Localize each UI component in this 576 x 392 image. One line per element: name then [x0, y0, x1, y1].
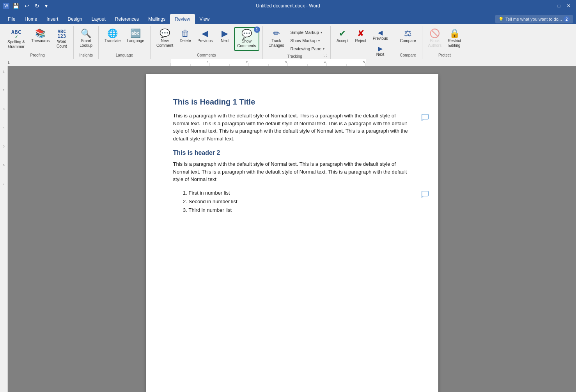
save-button[interactable]: 💾: [11, 2, 21, 10]
previous-comment-button[interactable]: ◀ Previous: [195, 27, 215, 45]
tab-home[interactable]: Home: [20, 14, 42, 24]
compare-group-label: Compare: [397, 52, 419, 59]
translate-label: Translate: [105, 39, 121, 43]
ribbon-panel: ABC ✓ Spelling &Grammar 📚 Thesaurus ABC …: [0, 24, 576, 59]
list-item-2: Second in number list: [189, 197, 411, 206]
word-count-button[interactable]: ABC 123 WordCount: [53, 27, 70, 51]
reviewing-pane-arrow: ▾: [323, 47, 324, 51]
proofing-group-label: Proofing: [5, 52, 70, 59]
tab-file[interactable]: File: [3, 14, 20, 24]
thesaurus-label: Thesaurus: [31, 39, 50, 43]
block-authors-label: BlockAuthors: [428, 39, 441, 48]
vertical-ruler: 1 2 3 4 5 6 7: [0, 66, 8, 392]
track-changes-button[interactable]: ✏ TrackChanges: [266, 27, 287, 50]
comment-icon-1[interactable]: [420, 112, 431, 123]
reviewing-pane-button[interactable]: Reviewing Pane ▾: [288, 45, 328, 52]
previous-change-button[interactable]: ◀ Previous: [370, 27, 391, 42]
track-changes-label: TrackChanges: [269, 39, 284, 48]
ruler-scale: 1 2 3 4 5: [147, 59, 440, 66]
simple-markup-label: Simple Markup: [291, 30, 319, 35]
tracking-expander[interactable]: ⛶: [324, 53, 327, 59]
translate-icon: 🌐: [107, 29, 118, 38]
language-items: 🌐 Translate 🔤 Language: [102, 26, 147, 52]
next-change-label: Next: [376, 52, 385, 57]
step-badge-1: 1: [254, 27, 260, 33]
undo-button[interactable]: ↩: [23, 2, 31, 10]
tracking-footer: Tracking ⛶: [266, 53, 328, 59]
redo-button[interactable]: ↻: [33, 2, 41, 10]
ruler-mark-2: 2: [3, 89, 4, 92]
ruler-mark-5: 5: [3, 145, 4, 148]
tab-mailings[interactable]: Mailings: [144, 14, 170, 24]
close-button[interactable]: ✕: [564, 3, 573, 9]
word-count-label: WordCount: [57, 39, 67, 49]
reject-icon: ✘: [357, 29, 364, 38]
restore-button[interactable]: □: [555, 3, 563, 9]
spelling-grammar-button[interactable]: ABC ✓ Spelling &Grammar: [5, 27, 28, 51]
compare-icon: ⚖: [404, 29, 412, 38]
new-comment-icon: 💬: [160, 29, 170, 38]
thesaurus-button[interactable]: 📚 Thesaurus: [28, 27, 52, 45]
restrict-editing-label: RestrictEditing: [448, 39, 461, 48]
tab-review[interactable]: Review: [170, 14, 195, 24]
smart-lookup-button[interactable]: 🔍 SmartLookup: [77, 27, 95, 50]
tab-insert[interactable]: Insert: [42, 14, 63, 24]
comments-group-label: Comments: [154, 52, 259, 59]
reviewing-pane-label: Reviewing Pane: [291, 46, 322, 51]
reject-button[interactable]: ✘ Reject: [352, 27, 369, 45]
new-comment-button[interactable]: 💬 NewComment: [154, 27, 176, 50]
thesaurus-icon: 📚: [35, 29, 46, 38]
track-changes-icon: ✏: [273, 29, 280, 38]
show-comments-label: ShowComments: [237, 39, 256, 48]
next-label: Next: [221, 39, 229, 43]
ribbon-group-protect: 🚫 BlockAuthors 🔒 RestrictEditing Protect: [422, 26, 467, 59]
language-group-label: Language: [102, 52, 147, 59]
ruler-mark-4: 4: [3, 126, 4, 129]
ribbon-group-comments: 💬 NewComment 🗑 Delete ◀ Previous ▶ Next …: [151, 26, 263, 59]
next-change-button[interactable]: ▶ Next: [370, 43, 391, 58]
main-area: 1 2 3 4 5 6 7 This is Heading 1 Title Th…: [0, 66, 576, 392]
show-comments-button[interactable]: 1 💬 ShowComments: [234, 27, 259, 51]
restrict-editing-button[interactable]: 🔒 RestrictEditing: [445, 27, 464, 50]
tracking-group-label: Tracking: [266, 54, 324, 59]
paragraph1: This is a paragraph with the default sty…: [173, 112, 411, 142]
compare-label: Compare: [400, 39, 416, 43]
document-canvas[interactable]: This is Heading 1 Title This is a paragr…: [8, 66, 576, 392]
horizontal-ruler: L 1 2 3 4 5: [0, 59, 576, 66]
restrict-editing-icon: 🔒: [449, 29, 460, 38]
list-item-3: Third in number list: [189, 206, 411, 215]
next-change-icon: ▶: [378, 45, 383, 52]
svg-text:3: 3: [285, 60, 287, 64]
next-comment-button[interactable]: ▶ Next: [216, 27, 233, 45]
quick-access-toolbar: 💾 ↩ ↻ ▾: [11, 2, 49, 10]
document-title: Untitled document.docx - Word: [256, 3, 320, 9]
reject-label: Reject: [355, 39, 366, 43]
compare-button[interactable]: ⚖ Compare: [397, 27, 419, 45]
delete-comment-button[interactable]: 🗑 Delete: [177, 27, 194, 45]
smart-lookup-icon: 🔍: [81, 29, 91, 38]
prev-change-label: Previous: [373, 36, 388, 41]
ribbon-group-compare: ⚖ Compare Compare: [394, 26, 422, 59]
language-icon: 🔤: [130, 29, 141, 38]
document-page: This is Heading 1 Title This is a paragr…: [146, 74, 438, 392]
show-markup-button[interactable]: Show Markup ▾: [288, 37, 328, 44]
tab-view[interactable]: View: [195, 14, 214, 24]
ruler-tab-stop: L: [8, 60, 10, 65]
minimize-button[interactable]: ─: [546, 3, 554, 9]
help-search-box[interactable]: 💡 Tell me what you want to do... 2: [495, 15, 573, 23]
simple-markup-button[interactable]: Simple Markup ▾: [288, 29, 328, 36]
delete-icon: 🗑: [181, 29, 190, 38]
tab-layout[interactable]: Layout: [87, 14, 110, 24]
comment-icon-2[interactable]: [420, 189, 431, 200]
accept-button[interactable]: ✔ Accept: [334, 27, 351, 45]
translate-button[interactable]: 🌐 Translate: [102, 27, 123, 45]
tab-design[interactable]: Design: [63, 14, 87, 24]
tab-references[interactable]: References: [110, 14, 144, 24]
customize-quick-access[interactable]: ▾: [43, 2, 49, 10]
block-authors-button[interactable]: 🚫 BlockAuthors: [425, 27, 444, 50]
help-search-text: Tell me what you want to do...: [505, 17, 562, 21]
ribbon-tabs: File Home Insert Design Layout Reference…: [0, 12, 576, 24]
show-markup-label: Show Markup: [291, 38, 317, 43]
compare-items: ⚖ Compare: [397, 26, 419, 52]
language-button[interactable]: 🔤 Language: [124, 27, 147, 45]
